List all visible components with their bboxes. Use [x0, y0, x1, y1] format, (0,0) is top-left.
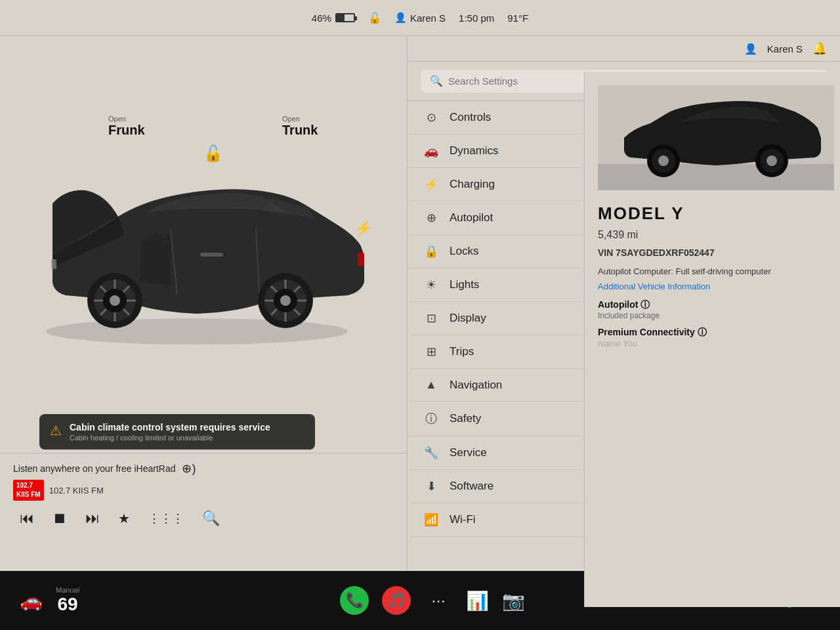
svg-point-0: [46, 318, 348, 345]
status-temp: 91°F: [507, 12, 528, 24]
name-you-text[interactable]: Name You: [598, 339, 827, 348]
trunk-label[interactable]: Open Trunk: [282, 115, 318, 138]
status-time: 1:50 pm: [459, 12, 494, 24]
trips-icon: ⊞: [423, 345, 439, 359]
locks-icon: 🔒: [423, 244, 439, 259]
music-controls: ⏮ ⏹ ⏭ ★ ⋮⋮⋮ 🔍: [20, 510, 394, 527]
charging-label: Charging: [450, 178, 495, 191]
prev-button[interactable]: ⏮: [20, 510, 34, 527]
wifi-label: Wi-Fi: [450, 513, 476, 526]
trunk-main-label: Trunk: [282, 123, 318, 137]
svg-point-36: [658, 156, 669, 166]
svg-rect-3: [200, 253, 223, 257]
bars-button[interactable]: 📊: [466, 590, 489, 612]
audio-icon: 🎵: [382, 586, 411, 615]
charging-icon: ⚡: [423, 177, 439, 192]
autopilot-label: Autopilot: [450, 211, 493, 224]
music-player: Listen anywhere on your free iHeartRad ⊕…: [0, 453, 407, 571]
phone-button[interactable]: 📞: [340, 586, 369, 615]
dynamics-icon: 🚗: [423, 144, 439, 158]
stop-button[interactable]: ⏹: [52, 510, 67, 527]
battery-percentage: 46%: [312, 12, 331, 24]
svg-rect-31: [51, 259, 56, 269]
user-icon: 👤: [744, 43, 757, 55]
lights-label: Lights: [450, 278, 479, 291]
main-content: Open Frunk Open Trunk 🔓 ⚡: [0, 36, 840, 571]
taskbar-center: 📞 🎵 ··· 📊 📷: [340, 586, 525, 615]
safety-icon: ⓘ: [423, 411, 439, 427]
autopilot-label-info: Autopilot ⓘ: [598, 299, 827, 311]
car-image: [13, 138, 387, 348]
taskbar-left: 🚗 Manual 69: [20, 586, 79, 615]
next-button[interactable]: ⏭: [85, 510, 100, 527]
wifi-icon: 📶: [423, 513, 439, 527]
alert-subtitle: Cabin heating / cooling limited or unava…: [70, 434, 270, 442]
service-label: Service: [450, 446, 487, 459]
model-title: MODEL Y: [598, 203, 827, 224]
favorite-button[interactable]: ★: [118, 511, 130, 526]
trips-label: Trips: [450, 345, 474, 358]
taskbar-car-icon[interactable]: 🚗: [20, 590, 43, 612]
alert-content: Cabin climate control system requires se…: [70, 422, 270, 442]
music-promo: Listen anywhere on your free iHeartRad ⊕…: [13, 461, 394, 476]
safety-label: Safety: [450, 412, 481, 425]
temp-value: 69: [56, 594, 79, 615]
equalizer-button[interactable]: ⋮⋮⋮: [148, 511, 184, 526]
phone-icon: 📞: [340, 586, 369, 615]
frunk-open-label: Open: [108, 115, 145, 123]
navigation-icon: ▲: [423, 378, 439, 392]
service-icon: 🔧: [423, 446, 439, 460]
premium-connectivity-label: Premium Connectivity ⓘ: [598, 327, 827, 339]
car-silhouette: [598, 85, 834, 190]
camera-icon: 📷: [502, 590, 525, 612]
svg-point-39: [766, 156, 777, 166]
bars-icon: 📊: [466, 590, 489, 612]
display-label: Display: [450, 312, 486, 325]
autopilot-icon: ⊕: [423, 211, 439, 225]
station-badge: 102.7 KIIS FM: [13, 480, 44, 501]
audio-cast-icon: ⊕): [182, 461, 196, 476]
vehicle-info-panel: MODEL Y 5,439 mi VIN 7SAYGDEDXRF052447 A…: [584, 72, 840, 607]
station-row: 102.7 KIIS FM 102.7 KIIS FM: [13, 480, 394, 501]
audio-button[interactable]: 🎵: [382, 586, 411, 615]
trunk-open-label: Open: [282, 115, 318, 123]
alert-warning-icon: ⚠: [50, 423, 62, 438]
controls-icon: ⊙: [423, 110, 439, 125]
lock-status-icon: 🔓: [368, 12, 381, 24]
display-icon: ⊡: [423, 311, 439, 326]
camera-button[interactable]: 📷: [502, 590, 525, 612]
temp-label: Manual: [56, 586, 79, 594]
additional-info-link[interactable]: Additional Vehicle Information: [598, 282, 827, 291]
taskbar-temp: Manual 69: [56, 586, 79, 615]
status-bar: 46% 🔓 👤 Karen S 1:50 pm 91°F: [0, 0, 840, 36]
battery-info: 46%: [312, 12, 355, 24]
frunk-main-label: Frunk: [108, 123, 145, 137]
autopilot-sub: Included package: [598, 311, 827, 320]
frunk-label[interactable]: Open Frunk: [108, 115, 145, 138]
music-promo-text: Listen anywhere on your free iHeartRad: [13, 463, 175, 474]
alert-box: ⚠ Cabin climate control system requires …: [39, 414, 315, 450]
station-name: 102.7 KIIS FM: [49, 486, 104, 495]
status-user-name: Karen S: [410, 12, 446, 24]
alert-title: Cabin climate control system requires se…: [70, 422, 270, 432]
notification-bell-icon[interactable]: 🔔: [812, 41, 827, 56]
svg-point-11: [280, 295, 291, 306]
software-label: Software: [450, 480, 494, 493]
user-info-bar: 👤 Karen S 🔔: [408, 36, 840, 62]
search-music-button[interactable]: 🔍: [202, 510, 220, 527]
dots-button[interactable]: ···: [424, 586, 453, 615]
autopilot-computer-info: Autopilot Computer: Full self-driving co…: [598, 266, 827, 278]
user-avatar-icon: 👤: [394, 12, 407, 24]
lights-icon: ☀: [423, 278, 439, 292]
search-icon: 🔍: [430, 75, 443, 87]
user-name: Karen S: [767, 43, 803, 54]
dynamics-label: Dynamics: [450, 144, 499, 158]
left-panel: Open Frunk Open Trunk 🔓 ⚡: [0, 36, 407, 571]
navigation-label: Navigation: [450, 379, 502, 392]
mileage: 5,439 mi: [598, 229, 827, 241]
svg-point-7: [110, 295, 120, 306]
vin: VIN 7SAYGDEDXRF052447: [598, 247, 827, 258]
svg-rect-30: [358, 253, 364, 266]
locks-label: Locks: [450, 245, 478, 258]
status-user: 👤 Karen S: [394, 12, 446, 24]
